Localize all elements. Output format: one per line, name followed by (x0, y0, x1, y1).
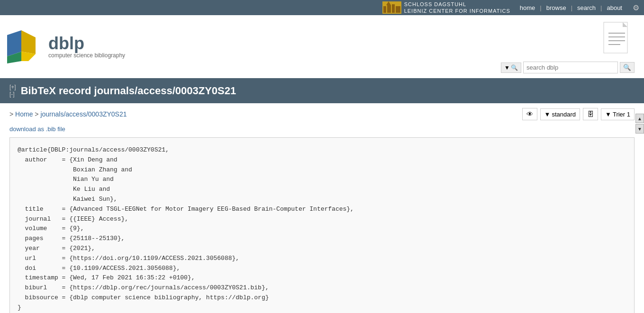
expand-collapse-icon[interactable]: [+] [-] (9, 84, 16, 98)
breadcrumb-sep: > (35, 110, 40, 118)
logo-text: dblp computer science bibliography (48, 35, 125, 59)
svg-marker-7 (21, 30, 36, 54)
top-navbar: SCHLOSS DAGSTUHL Leibniz Center for Info… (0, 0, 644, 15)
breadcrumb-area: > Home > journals/access/0003ZY0S21 👁 ▼ … (0, 103, 644, 125)
scroll-up-button[interactable]: ▲ (635, 114, 644, 123)
db-icon: 🗄 (587, 110, 594, 118)
search-input[interactable] (523, 62, 618, 73)
svg-rect-1 (383, 6, 386, 13)
search-type-dropdown[interactable]: ▼ 🔍 (501, 63, 521, 73)
trier-dropdown-arrow-icon: ▼ (605, 111, 611, 118)
view-trier-label: Trier 1 (613, 111, 630, 118)
logo-dblp-text: dblp (48, 35, 125, 52)
nav-browse[interactable]: browse (542, 4, 571, 11)
breadcrumb-prefix: > (9, 110, 15, 118)
nav-about[interactable]: about (602, 4, 627, 11)
bibtex-content: @article{DBLP:journals/access/0003ZY0S21… (18, 145, 626, 313)
breadcrumb-home[interactable]: Home (15, 110, 33, 118)
dblp-logo-icon (5, 28, 43, 66)
dagstuhl-name: SCHLOSS DAGSTUHL (404, 1, 510, 8)
breadcrumb-path[interactable]: journals/access/0003ZY0S21 (40, 110, 127, 118)
dropdown-arrow-icon: ▼ (544, 111, 551, 118)
search-go-icon: 🔍 (623, 64, 631, 71)
nav-search[interactable]: search (572, 4, 600, 11)
breadcrumb: > Home > journals/access/0003ZY0S21 (9, 110, 127, 118)
view-eye-button[interactable]: 👁 (522, 108, 537, 120)
eye-icon: 👁 (526, 110, 533, 118)
svg-rect-4 (396, 6, 400, 13)
download-bib-link[interactable]: download as .bib file (9, 125, 65, 133)
document-icon (601, 20, 635, 58)
svg-rect-2 (387, 5, 391, 13)
view-db-button[interactable]: 🗄 (583, 108, 598, 120)
doc-icon-area: ▼ 🔍 🔍 (501, 20, 635, 73)
logo-subtitle-text: computer science bibliography (48, 52, 125, 59)
view-standard-label: standard (552, 111, 576, 118)
bibtex-container: @article{DBLP:journals/access/0003ZY0S21… (9, 137, 635, 313)
header: dblp computer science bibliography ▼ 🔍 🔍 (0, 15, 644, 78)
nav-home[interactable]: home (515, 4, 540, 11)
nav-links: home | browse | search | about (515, 4, 627, 11)
search-go-button[interactable]: 🔍 (620, 62, 635, 73)
dblp-logo: dblp computer science bibliography (5, 28, 125, 66)
dagstuhl-logo: SCHLOSS DAGSTUHL Leibniz Center for Info… (382, 1, 510, 15)
search-icon: 🔍 (511, 64, 518, 71)
dagstuhl-subtitle: Leibniz Center for Informatics (404, 8, 510, 14)
expand-plus-label: [+] (9, 84, 16, 90)
search-area: ▼ 🔍 🔍 (501, 62, 635, 73)
page-title-bar: [+] [-] BibTeX record journals/access/00… (0, 78, 644, 103)
page-title-text: BibTeX record journals/access/0003ZY0S21 (21, 85, 236, 97)
search-dropdown-arrow: ▼ (504, 64, 510, 71)
expand-minus-label: [-] (9, 91, 16, 98)
dagstuhl-logo-icon (382, 1, 401, 14)
svg-rect-3 (392, 4, 395, 13)
download-area: download as .bib file (0, 125, 644, 137)
view-controls: 👁 ▼ standard 🗄 ▼ Trier 1 (522, 108, 635, 120)
scrollbar: ▲ ▼ (635, 114, 644, 134)
view-trier-dropdown[interactable]: ▼ Trier 1 (601, 108, 635, 120)
view-standard-dropdown[interactable]: ▼ standard (540, 108, 580, 120)
scroll-down-button[interactable]: ▼ (635, 124, 644, 134)
settings-icon[interactable]: ⚙ (633, 3, 639, 12)
